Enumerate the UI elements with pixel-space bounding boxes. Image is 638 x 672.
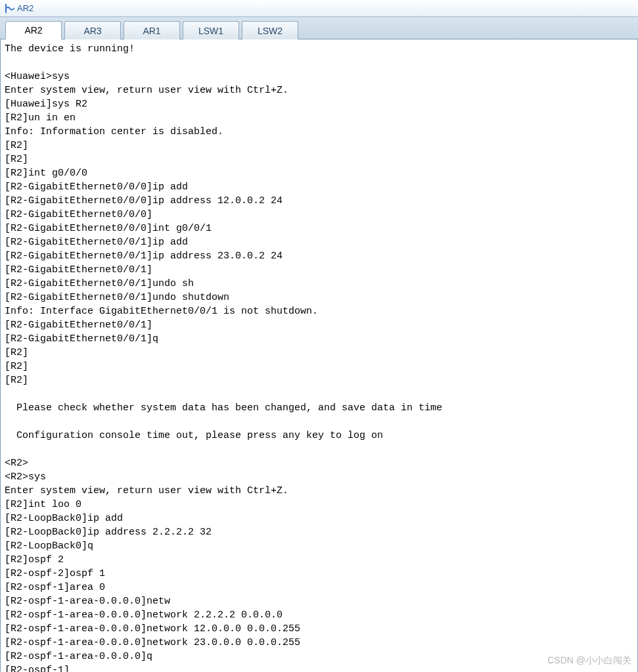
window-title: AR2 [17, 3, 34, 13]
titlebar: AR2 [0, 0, 638, 17]
tab-ar1[interactable]: AR1 [124, 21, 180, 39]
tab-ar3[interactable]: AR3 [64, 21, 121, 39]
app-icon [4, 3, 14, 14]
tabstrip: AR2 AR3 AR1 LSW1 LSW2 [0, 17, 638, 39]
svg-point-0 [5, 3, 7, 5]
terminal-output[interactable]: The device is running! <Huawei>sys Enter… [0, 39, 638, 672]
tab-lsw2[interactable]: LSW2 [242, 21, 298, 39]
tab-ar2[interactable]: AR2 [5, 21, 62, 39]
tab-lsw1[interactable]: LSW1 [183, 21, 239, 39]
